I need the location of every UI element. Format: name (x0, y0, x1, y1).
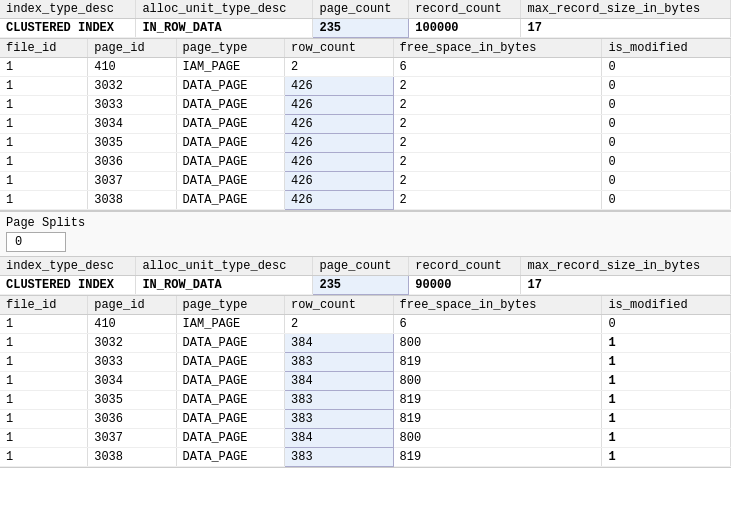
col-page-count-1: page_count (313, 0, 409, 19)
page-type-cell: DATA_PAGE (176, 96, 284, 115)
table-row: 1 410 IAM_PAGE 2 6 0 (0, 315, 731, 334)
is-modified-cell: 0 (602, 153, 731, 172)
page-type-cell: DATA_PAGE (176, 334, 284, 353)
page-type-cell: DATA_PAGE (176, 372, 284, 391)
page-id-cell: 410 (88, 58, 176, 77)
free-space-cell: 2 (393, 134, 602, 153)
free-space-cell: 6 (393, 58, 602, 77)
row-count-cell: 426 (285, 96, 393, 115)
is-modified-cell: 1 (602, 410, 731, 429)
row-count-cell: 426 (285, 153, 393, 172)
free-space-cell: 800 (393, 429, 602, 448)
table-row: 1 410 IAM_PAGE 2 6 0 (0, 58, 731, 77)
col-free-space-1: free_space_in_bytes (393, 39, 602, 58)
col-record-count-2: record_count (409, 257, 521, 276)
index-type-val-1: CLUSTERED INDEX (0, 19, 136, 38)
free-space-cell: 800 (393, 334, 602, 353)
is-modified-cell: 0 (602, 172, 731, 191)
file-id-cell: 1 (0, 429, 88, 448)
free-space-cell: 2 (393, 191, 602, 210)
free-space-cell: 819 (393, 448, 602, 467)
free-space-cell: 6 (393, 315, 602, 334)
col-alloc-unit-1: alloc_unit_type_desc (136, 0, 313, 19)
index-header-row-1: index_type_desc alloc_unit_type_desc pag… (0, 0, 731, 19)
page-type-cell: DATA_PAGE (176, 153, 284, 172)
file-id-cell: 1 (0, 153, 88, 172)
file-id-cell: 1 (0, 58, 88, 77)
is-modified-cell: 0 (602, 315, 731, 334)
row-count-cell: 384 (285, 372, 393, 391)
file-id-cell: 1 (0, 353, 88, 372)
file-id-cell: 1 (0, 372, 88, 391)
is-modified-cell: 0 (602, 96, 731, 115)
row-count-cell: 2 (285, 315, 393, 334)
row-count-cell: 426 (285, 77, 393, 96)
page-id-cell: 3034 (88, 372, 176, 391)
free-space-cell: 2 (393, 172, 602, 191)
table-row: 1 3035 DATA_PAGE 383 819 1 (0, 391, 731, 410)
free-space-cell: 800 (393, 372, 602, 391)
section2-index-table: index_type_desc alloc_unit_type_desc pag… (0, 257, 731, 296)
section2-page-table: file_id page_id page_type row_count free… (0, 296, 731, 468)
col-is-modified-1: is_modified (602, 39, 731, 58)
col-max-record-1: max_record_size_in_bytes (521, 0, 731, 19)
free-space-cell: 2 (393, 96, 602, 115)
row-count-cell: 383 (285, 391, 393, 410)
table-row: 1 3037 DATA_PAGE 384 800 1 (0, 429, 731, 448)
page-splits-section: Page Splits 0 (0, 211, 731, 257)
page-id-cell: 3032 (88, 77, 176, 96)
col-page-id-1: page_id (88, 39, 176, 58)
file-id-cell: 1 (0, 134, 88, 153)
is-modified-cell: 0 (602, 58, 731, 77)
col-max-record-2: max_record_size_in_bytes (521, 257, 731, 276)
record-count-val-2: 90000 (409, 276, 521, 295)
row-count-cell: 383 (285, 410, 393, 429)
page-id-cell: 410 (88, 315, 176, 334)
page-type-cell: DATA_PAGE (176, 172, 284, 191)
file-id-cell: 1 (0, 172, 88, 191)
col-file-id-1: file_id (0, 39, 88, 58)
page-header-row-1: file_id page_id page_type row_count free… (0, 39, 731, 58)
record-count-val-1: 100000 (409, 19, 521, 38)
page-type-cell: IAM_PAGE (176, 58, 284, 77)
row-count-cell: 383 (285, 448, 393, 467)
col-alloc-unit-2: alloc_unit_type_desc (136, 257, 313, 276)
page-id-cell: 3037 (88, 172, 176, 191)
page-splits-label: Page Splits (6, 216, 725, 230)
page-type-cell: DATA_PAGE (176, 191, 284, 210)
page-id-cell: 3033 (88, 353, 176, 372)
file-id-cell: 1 (0, 448, 88, 467)
col-index-type-desc-1: index_type_desc (0, 0, 136, 19)
free-space-cell: 2 (393, 115, 602, 134)
table-row: 1 3034 DATA_PAGE 384 800 1 (0, 372, 731, 391)
file-id-cell: 1 (0, 315, 88, 334)
table-row: 1 3038 DATA_PAGE 426 2 0 (0, 191, 731, 210)
col-page-type-2: page_type (176, 296, 284, 315)
page-header-row-2: file_id page_id page_type row_count free… (0, 296, 731, 315)
col-is-modified-2: is_modified (602, 296, 731, 315)
table-row: 1 3034 DATA_PAGE 426 2 0 (0, 115, 731, 134)
file-id-cell: 1 (0, 191, 88, 210)
page-type-cell: IAM_PAGE (176, 315, 284, 334)
page-count-val-2: 235 (313, 276, 409, 295)
col-row-count-2: row_count (285, 296, 393, 315)
is-modified-cell: 1 (602, 448, 731, 467)
page-splits-value: 0 (6, 232, 66, 252)
row-count-cell: 426 (285, 172, 393, 191)
page-type-cell: DATA_PAGE (176, 429, 284, 448)
index-data-row-2: CLUSTERED INDEX IN_ROW_DATA 235 90000 17 (0, 276, 731, 295)
page-count-val-1: 235 (313, 19, 409, 38)
col-page-count-2: page_count (313, 257, 409, 276)
table-row: 1 3038 DATA_PAGE 383 819 1 (0, 448, 731, 467)
table-row: 1 3033 DATA_PAGE 426 2 0 (0, 96, 731, 115)
page-id-cell: 3035 (88, 391, 176, 410)
page-type-cell: DATA_PAGE (176, 448, 284, 467)
alloc-unit-val-1: IN_ROW_DATA (136, 19, 313, 38)
table-row: 1 3035 DATA_PAGE 426 2 0 (0, 134, 731, 153)
col-page-type-1: page_type (176, 39, 284, 58)
max-record-val-2: 17 (521, 276, 731, 295)
is-modified-cell: 0 (602, 115, 731, 134)
page-id-cell: 3033 (88, 96, 176, 115)
index-stats-table-2: index_type_desc alloc_unit_type_desc pag… (0, 257, 731, 295)
is-modified-cell: 1 (602, 334, 731, 353)
